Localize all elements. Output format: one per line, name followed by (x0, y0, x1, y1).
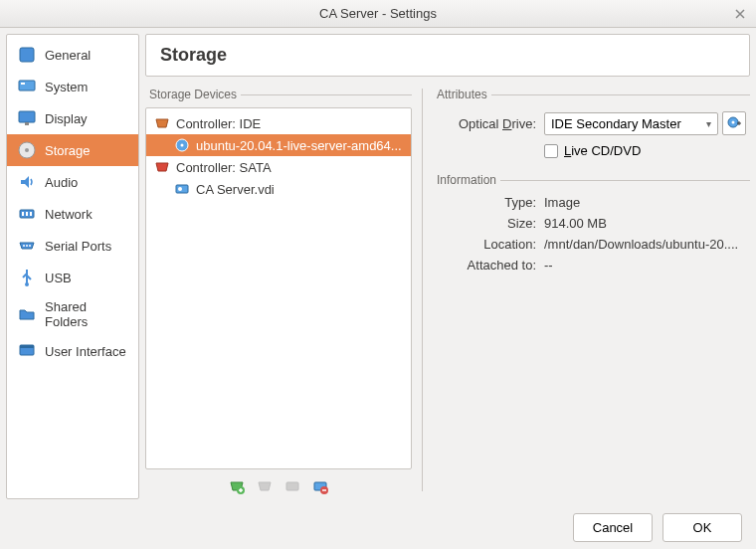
page-title: Storage (160, 45, 735, 66)
ok-button[interactable]: OK (662, 513, 742, 542)
tree-label: Controller: SATA (176, 160, 272, 175)
sidebar-item-label: USB (45, 271, 72, 285)
location-label: Location: (437, 237, 536, 252)
live-cd-label: Live CD/DVD (564, 143, 641, 158)
live-cd-checkbox-row[interactable]: Live CD/DVD (544, 143, 746, 158)
svg-rect-4 (25, 122, 29, 125)
attributes-panel: Attributes Optical Drive: IDE Secondary … (433, 81, 750, 499)
page-header: Storage (145, 34, 750, 77)
storage-devices-panel: Storage Devices Controller: IDE ubuntu-2… (145, 81, 412, 499)
serial-ports-icon (17, 236, 37, 256)
sidebar-item-storage[interactable]: Storage (7, 134, 138, 166)
sidebar-item-serial-ports[interactable]: Serial Ports (7, 230, 138, 262)
main-panel: Storage Storage Devices Controller: IDE … (145, 34, 750, 499)
select-value: IDE Secondary Master (551, 116, 681, 131)
iso-row[interactable]: ubuntu-20.04.1-live-server-amd64... (146, 134, 411, 156)
sidebar-item-label: General (45, 48, 91, 63)
optical-drive-select[interactable]: IDE Secondary Master ▾ (544, 112, 718, 135)
shared-folders-icon (17, 304, 37, 324)
svg-rect-0 (20, 48, 34, 62)
information-label: Information (433, 173, 500, 187)
disc-icon (174, 137, 190, 153)
location-value: /mnt/dan/Downloads/ubuntu-20.... (544, 237, 746, 252)
svg-point-6 (25, 148, 29, 152)
tree-label: ubuntu-20.04.1-live-server-amd64... (196, 138, 402, 153)
tree-label: CA Server.vdi (196, 182, 275, 197)
remove-attachment-button[interactable] (309, 475, 331, 497)
system-icon (17, 77, 37, 96)
storage-icon (17, 140, 37, 160)
size-value: 914.00 MB (544, 216, 746, 231)
optical-drive-label: Optical Drive: (437, 116, 536, 131)
content: General System Display Storage Audio Net… (0, 28, 756, 505)
sidebar-item-label: Shared Folders (45, 299, 128, 329)
sidebar-item-shared-folders[interactable]: Shared Folders (7, 293, 138, 335)
add-controller-button[interactable] (226, 475, 248, 497)
size-label: Size: (437, 216, 536, 231)
storage-devices-label: Storage Devices (145, 88, 241, 101)
svg-point-14 (25, 282, 29, 286)
sidebar-item-label: Network (45, 207, 93, 222)
svg-rect-10 (30, 212, 32, 216)
controller-sata-row[interactable]: Controller: SATA (146, 156, 411, 178)
vdi-row[interactable]: CA Server.vdi (146, 178, 411, 200)
live-cd-checkbox[interactable] (544, 144, 558, 158)
sidebar-item-network[interactable]: Network (7, 198, 138, 230)
attached-to-label: Attached to: (437, 258, 536, 273)
add-attachment-button[interactable] (282, 475, 303, 497)
usb-icon (17, 268, 37, 287)
svg-rect-16 (20, 345, 34, 348)
sidebar-item-label: Audio (45, 175, 78, 190)
sidebar-item-label: User Interface (45, 344, 126, 359)
type-label: Type: (437, 195, 536, 210)
sidebar-item-general[interactable]: General (7, 39, 138, 71)
svg-rect-3 (19, 111, 35, 122)
user-interface-icon (17, 341, 37, 361)
display-icon (17, 108, 37, 128)
svg-rect-1 (19, 81, 35, 91)
tree-label: Controller: IDE (176, 116, 261, 131)
svg-point-26 (732, 121, 735, 124)
window-title: CA Server - Settings (319, 6, 437, 21)
sidebar-item-display[interactable]: Display (7, 102, 138, 134)
choose-disk-button[interactable] (722, 111, 746, 135)
vertical-separator (422, 89, 423, 491)
svg-rect-2 (21, 83, 25, 85)
type-value: Image (544, 195, 746, 210)
svg-point-20 (178, 187, 182, 191)
sidebar: General System Display Storage Audio Net… (6, 34, 139, 499)
sidebar-item-label: System (45, 80, 88, 94)
sidebar-item-label: Display (45, 111, 88, 126)
sidebar-item-label: Storage (45, 143, 91, 158)
controller-ide-row[interactable]: Controller: IDE (146, 112, 411, 134)
svg-point-13 (29, 245, 31, 247)
chevron-down-icon: ▾ (706, 118, 711, 129)
audio-icon (17, 172, 37, 192)
dialog-buttons: Cancel OK (0, 505, 756, 549)
sidebar-item-system[interactable]: System (7, 71, 138, 102)
hdd-icon (174, 181, 190, 197)
svg-point-11 (23, 245, 25, 247)
svg-point-18 (181, 144, 184, 147)
svg-point-12 (26, 245, 28, 247)
sidebar-item-label: Serial Ports (45, 239, 111, 254)
svg-rect-8 (22, 212, 24, 216)
storage-tree: Controller: IDE ubuntu-20.04.1-live-serv… (145, 107, 412, 469)
sidebar-item-user-interface[interactable]: User Interface (7, 335, 138, 367)
sidebar-item-audio[interactable]: Audio (7, 166, 138, 198)
ide-controller-icon (154, 115, 170, 131)
svg-rect-9 (26, 212, 28, 216)
svg-rect-22 (286, 482, 298, 490)
sata-controller-icon (154, 159, 170, 175)
attached-to-value: -- (544, 258, 746, 273)
remove-controller-button[interactable] (254, 475, 276, 497)
close-icon[interactable] (732, 6, 748, 22)
storage-toolbar (145, 469, 412, 499)
titlebar: CA Server - Settings (0, 0, 756, 28)
attributes-label: Attributes (433, 88, 491, 101)
network-icon (17, 204, 37, 224)
sidebar-item-usb[interactable]: USB (7, 262, 138, 293)
cancel-button[interactable]: Cancel (573, 513, 653, 542)
general-icon (17, 45, 37, 65)
panels: Storage Devices Controller: IDE ubuntu-2… (145, 81, 750, 499)
